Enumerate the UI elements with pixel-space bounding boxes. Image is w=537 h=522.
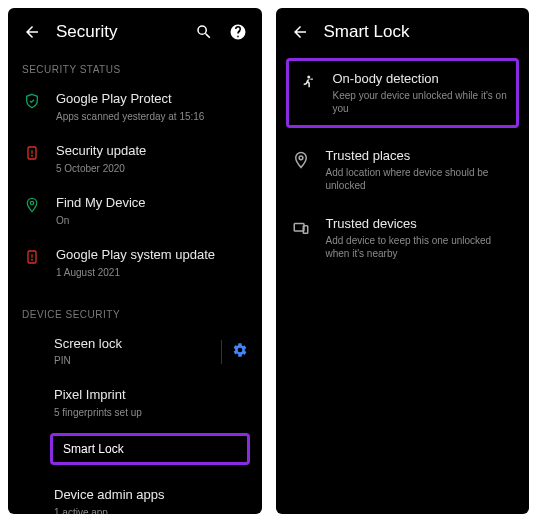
help-icon[interactable]	[228, 22, 248, 42]
app-bar: Smart Lock	[276, 8, 530, 52]
row-title: Screen lock	[54, 336, 199, 353]
row-pixel-imprint[interactable]: Pixel Imprint 5 fingerprints set up	[8, 377, 262, 429]
row-title: Find My Device	[56, 195, 248, 212]
svg-point-8	[299, 156, 303, 160]
place-icon	[290, 148, 312, 169]
row-sub: On	[56, 214, 248, 227]
row-onbody-highlight: On-body detection Keep your device unloc…	[286, 58, 520, 128]
row-sub: Apps scanned yesterday at 15:16	[56, 110, 248, 123]
row-device-admin[interactable]: Device admin apps 1 active app	[8, 477, 262, 514]
row-trusted-devices[interactable]: Trusted devices Add device to keep this …	[276, 204, 530, 272]
svg-point-2	[32, 155, 33, 156]
row-play-system-update[interactable]: Google Play system update 1 August 2021	[8, 237, 262, 289]
gear-icon[interactable]	[232, 342, 248, 362]
svg-rect-10	[303, 226, 308, 234]
row-title: Security update	[56, 143, 248, 160]
row-sub: Add device to keep this one unlocked whe…	[326, 234, 516, 260]
back-icon[interactable]	[22, 22, 42, 42]
row-title: Google Play system update	[56, 247, 248, 264]
system-update-alert-icon	[22, 247, 42, 265]
walk-icon	[297, 71, 319, 92]
row-play-protect[interactable]: Google Play Protect Apps scanned yesterd…	[8, 81, 262, 133]
row-sub: PIN	[54, 354, 199, 367]
row-sub: 5 October 2020	[56, 162, 248, 175]
update-alert-icon	[22, 143, 42, 161]
row-title: Trusted places	[326, 148, 516, 163]
row-smart-lock-highlight: Smart Lock	[50, 433, 250, 465]
smart-lock-screen: Smart Lock On-body detection Keep your d…	[276, 8, 530, 514]
app-bar: Security	[8, 8, 262, 52]
row-sub: 1 August 2021	[56, 266, 248, 279]
section-header-device: DEVICE SECURITY	[8, 297, 262, 326]
row-title: Trusted devices	[326, 216, 516, 231]
shield-check-icon	[22, 91, 42, 109]
row-title: Smart Lock	[63, 442, 237, 456]
row-title: Pixel Imprint	[54, 387, 248, 404]
row-sub: 5 fingerprints set up	[54, 406, 248, 419]
security-screen: Security SECURITY STATUS Google Play Pro…	[8, 8, 262, 514]
devices-icon	[290, 216, 312, 237]
row-onbody-detection[interactable]: On-body detection Keep your device unloc…	[289, 61, 517, 125]
page-title: Smart Lock	[324, 22, 516, 42]
divider	[221, 340, 222, 364]
location-icon	[22, 195, 42, 213]
back-icon[interactable]	[290, 22, 310, 42]
row-title: Google Play Protect	[56, 91, 248, 108]
row-sub: 1 active app	[54, 506, 248, 514]
search-icon[interactable]	[194, 22, 214, 42]
row-smart-lock[interactable]: Smart Lock	[53, 436, 247, 462]
row-security-update[interactable]: Security update 5 October 2020	[8, 133, 262, 185]
row-trusted-places[interactable]: Trusted places Add location where device…	[276, 136, 530, 204]
row-sub: Add location where device should be unlo…	[326, 166, 516, 192]
row-sub: Keep your device unlocked while it's on …	[333, 89, 509, 115]
row-title: On-body detection	[333, 71, 509, 86]
page-title: Security	[56, 22, 180, 42]
row-title: Device admin apps	[54, 487, 248, 504]
svg-point-7	[307, 76, 310, 79]
section-header-status: SECURITY STATUS	[8, 52, 262, 81]
svg-point-3	[30, 201, 33, 204]
row-screen-lock[interactable]: Screen lock PIN	[8, 326, 262, 378]
row-find-device[interactable]: Find My Device On	[8, 185, 262, 237]
svg-point-6	[32, 259, 33, 260]
